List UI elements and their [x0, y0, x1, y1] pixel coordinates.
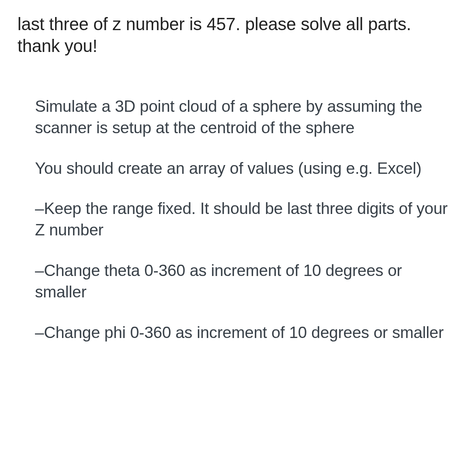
paragraph-1: Simulate a 3D point cloud of a sphere by… [35, 96, 450, 139]
bullet-phi: –Change phi 0-360 as increment of 10 deg… [35, 322, 450, 344]
paragraph-2: You should create an array of values (us… [35, 158, 450, 179]
question-content: Simulate a 3D point cloud of a sphere by… [17, 96, 455, 344]
bullet-theta: –Change theta 0-360 as increment of 10 d… [35, 260, 450, 303]
intro-text: last three of z number is 457. please so… [17, 13, 455, 57]
document-page: last three of z number is 457. please so… [0, 0, 472, 476]
bullet-range: –Keep the range fixed. It should be last… [35, 198, 450, 241]
